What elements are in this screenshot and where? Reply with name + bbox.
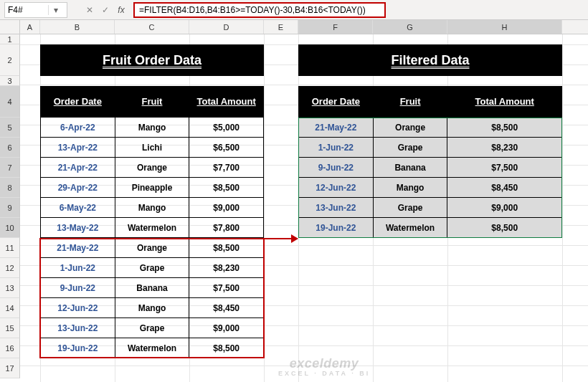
col-H[interactable]: H: [447, 20, 562, 34]
cell-date[interactable]: 19-Jun-22: [41, 338, 115, 358]
cell-fruit[interactable]: Mango: [115, 118, 190, 137]
row-9[interactable]: 9: [0, 198, 20, 218]
table-row[interactable]: 1-Jun-22Grape$8,230: [40, 258, 264, 278]
row-8[interactable]: 8: [0, 178, 20, 198]
cell-fruit[interactable]: Watermelon: [374, 218, 448, 237]
row-15[interactable]: 15: [0, 318, 20, 338]
cell-fruit[interactable]: Lichi: [115, 138, 190, 157]
table-row[interactable]: 21-May-22Orange$8,500: [298, 118, 562, 138]
cell-fruit[interactable]: Grape: [374, 198, 448, 217]
cell-date[interactable]: 21-May-22: [41, 238, 115, 257]
cell-fruit[interactable]: Grape: [115, 258, 190, 277]
cell-date[interactable]: 1-Jun-22: [41, 258, 115, 277]
cell-fruit[interactable]: Banana: [115, 278, 190, 297]
cell-grid[interactable]: Fruit Order Data Filtered Data Order Dat…: [20, 34, 588, 382]
table-row[interactable]: 13-May-22Watermelon$7,800: [40, 218, 264, 238]
formula-input[interactable]: [139, 5, 380, 15]
cell-date[interactable]: 29-Apr-22: [41, 178, 115, 197]
table-row[interactable]: 9-Jun-22Banana$7,500: [40, 278, 264, 298]
cell-date[interactable]: 21-May-22: [299, 118, 374, 137]
table-row[interactable]: 13-Jun-22Grape$9,000: [298, 198, 562, 218]
cell-amount[interactable]: $9,000: [189, 198, 264, 217]
row-7[interactable]: 7: [0, 158, 20, 178]
table-row[interactable]: 19-Jun-22Watermelon$8,500: [40, 338, 264, 358]
cell-date[interactable]: 1-Jun-22: [299, 138, 374, 157]
col-B[interactable]: B: [40, 20, 115, 34]
cell-amount[interactable]: $7,700: [189, 158, 264, 177]
cell-amount[interactable]: $8,500: [447, 218, 562, 237]
chevron-down-icon[interactable]: ▾: [48, 5, 62, 15]
cell-amount[interactable]: $9,000: [447, 198, 562, 217]
row-12[interactable]: 12: [0, 258, 20, 278]
cell-fruit[interactable]: Watermelon: [115, 218, 190, 237]
cell-amount[interactable]: $8,230: [447, 138, 562, 157]
cell-amount[interactable]: $8,450: [447, 178, 562, 197]
cell-fruit[interactable]: Grape: [115, 318, 190, 338]
cell-date[interactable]: 6-May-22: [41, 198, 115, 217]
cell-date[interactable]: 12-Jun-22: [41, 298, 115, 317]
table-row[interactable]: 21-Apr-22Orange$7,700: [40, 158, 264, 178]
enter-icon[interactable]: ✓: [98, 5, 113, 15]
table-row[interactable]: 12-Jun-22Mango$8,450: [298, 178, 562, 198]
cell-fruit[interactable]: Mango: [115, 298, 190, 317]
cancel-icon[interactable]: ✕: [82, 5, 98, 15]
fx-icon[interactable]: fx: [113, 5, 129, 15]
cell-date[interactable]: 9-Jun-22: [41, 278, 115, 297]
cell-fruit[interactable]: Grape: [374, 138, 448, 157]
cell-amount[interactable]: $8,230: [189, 258, 264, 277]
table-row[interactable]: 12-Jun-22Mango$8,450: [40, 298, 264, 318]
cell-amount[interactable]: $5,000: [189, 118, 264, 137]
cell-date[interactable]: 9-Jun-22: [299, 158, 374, 177]
cell-amount[interactable]: $8,500: [189, 338, 264, 358]
row-13[interactable]: 13: [0, 278, 20, 298]
table-row[interactable]: 29-Apr-22Pineapple$8,500: [40, 178, 264, 198]
cell-date[interactable]: 19-Jun-22: [299, 218, 374, 237]
table-row[interactable]: 13-Apr-22Lichi$6,500: [40, 138, 264, 158]
row-1[interactable]: 1: [0, 34, 20, 44]
table-row[interactable]: 6-May-22Mango$9,000: [40, 198, 264, 218]
cell-fruit[interactable]: Banana: [374, 158, 448, 177]
cell-amount[interactable]: $8,500: [189, 238, 264, 257]
row-17[interactable]: 17: [0, 358, 20, 378]
cell-fruit[interactable]: Orange: [115, 238, 190, 257]
select-all-corner[interactable]: [0, 20, 20, 34]
cell-fruit[interactable]: Mango: [374, 178, 448, 197]
cell-fruit[interactable]: Pineapple: [115, 178, 190, 197]
cell-fruit[interactable]: Orange: [374, 118, 448, 137]
cell-date[interactable]: 13-Jun-22: [299, 198, 374, 217]
cell-amount[interactable]: $8,450: [189, 298, 264, 317]
cell-date[interactable]: 13-Apr-22: [41, 138, 115, 157]
table-row[interactable]: 19-Jun-22Watermelon$8,500: [298, 218, 562, 238]
row-2[interactable]: 2: [0, 44, 20, 76]
table-row[interactable]: 9-Jun-22Banana$7,500: [298, 158, 562, 178]
name-box-input[interactable]: [5, 4, 48, 16]
row-11[interactable]: 11: [0, 238, 20, 258]
table-row[interactable]: 1-Jun-22Grape$8,230: [298, 138, 562, 158]
cell-amount[interactable]: $8,500: [447, 118, 562, 137]
cell-amount[interactable]: $9,000: [189, 318, 264, 338]
cell-fruit[interactable]: Watermelon: [115, 338, 190, 358]
col-G[interactable]: G: [373, 20, 447, 34]
row-4[interactable]: 4: [0, 86, 20, 118]
cell-amount[interactable]: $8,500: [189, 178, 264, 197]
col-C[interactable]: C: [115, 20, 189, 34]
cell-date[interactable]: 13-Jun-22: [41, 318, 115, 338]
col-E[interactable]: E: [264, 20, 298, 34]
cell-date[interactable]: 6-Apr-22: [41, 118, 115, 137]
cell-amount[interactable]: $7,800: [189, 218, 264, 237]
row-10[interactable]: 10: [0, 218, 20, 238]
cell-date[interactable]: 13-May-22: [41, 218, 115, 237]
row-5[interactable]: 5: [0, 118, 20, 138]
row-6[interactable]: 6: [0, 138, 20, 158]
cell-date[interactable]: 12-Jun-22: [299, 178, 374, 197]
row-14[interactable]: 14: [0, 298, 20, 318]
table-row[interactable]: 21-May-22Orange$8,500: [40, 238, 264, 258]
col-D[interactable]: D: [189, 20, 264, 34]
col-A[interactable]: A: [20, 20, 40, 34]
cell-amount[interactable]: $7,500: [447, 158, 562, 177]
col-F[interactable]: F: [298, 20, 373, 34]
cell-fruit[interactable]: Mango: [115, 198, 190, 217]
row-3[interactable]: 3: [0, 76, 20, 86]
table-row[interactable]: 13-Jun-22Grape$9,000: [40, 318, 264, 338]
cell-date[interactable]: 21-Apr-22: [41, 158, 115, 177]
